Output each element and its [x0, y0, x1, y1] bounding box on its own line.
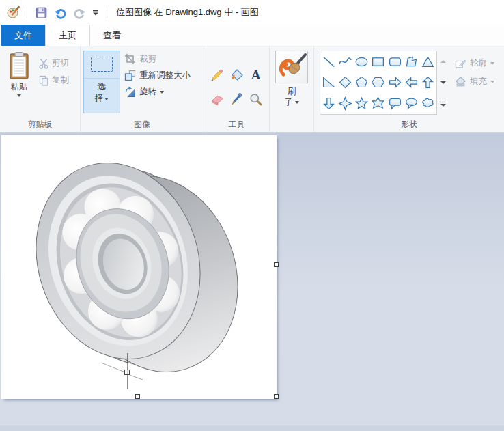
group-image: 选 择 裁剪: [81, 46, 204, 132]
titlebar-separator: [107, 7, 107, 18]
shape-right-triangle-icon[interactable]: [320, 72, 337, 94]
color-picker-icon: [229, 92, 244, 107]
shape-fill-button[interactable]: 填充: [455, 76, 494, 87]
select-button[interactable]: 选 择: [83, 51, 120, 113]
redo-button[interactable]: [72, 5, 87, 20]
scroll-up-icon: [440, 60, 446, 63]
canvas-resize-handle-bottom-right[interactable]: [274, 394, 279, 399]
shape-star-5-icon[interactable]: [354, 93, 370, 114]
shape-arrow-left-icon[interactable]: [403, 72, 419, 94]
shapes-gallery: [320, 51, 437, 115]
undo-button[interactable]: [53, 5, 68, 20]
titlebar-separator: [27, 7, 27, 18]
resize-icon: [124, 70, 136, 81]
select-label-line1: 选: [98, 81, 107, 93]
fill-tool-button[interactable]: [228, 66, 246, 84]
brushes-label-line1: 刷: [288, 87, 296, 96]
eraser-tool-button[interactable]: [209, 91, 227, 109]
rotate-button[interactable]: 旋转: [124, 86, 191, 98]
gallery-scroll-up-button[interactable]: [438, 51, 448, 72]
pencil-tool-button[interactable]: [209, 66, 227, 84]
tab-file[interactable]: 文件: [1, 25, 45, 46]
select-label-line2: 择: [95, 93, 104, 105]
shape-pentagon-icon[interactable]: [354, 72, 370, 94]
select-rectangle-icon: [91, 57, 113, 72]
group-shapes: 轮廓 填充 形状: [314, 46, 504, 132]
crop-label: 裁剪: [139, 53, 156, 65]
canvas-resize-handle-right[interactable]: [274, 262, 279, 267]
tab-home[interactable]: 主页: [45, 25, 90, 46]
gallery-scroll-down-button[interactable]: [438, 72, 448, 93]
paint-canvas[interactable]: [1, 135, 277, 399]
paste-button[interactable]: 粘贴: [3, 49, 36, 118]
cut-scissors-icon: [38, 58, 49, 69]
cut-label: 剪切: [52, 57, 69, 69]
paint-app-icon: [5, 5, 20, 20]
bearing-image: [1, 135, 277, 399]
group-clipboard: 粘贴 剪切: [0, 46, 81, 132]
rotate-dropdown-caret: [160, 91, 164, 94]
pencil-icon: [210, 68, 225, 82]
workspace: [0, 133, 504, 431]
rotate-label: 旋转: [139, 86, 156, 98]
resize-button[interactable]: 重新调整大小: [124, 70, 191, 81]
canvas-resize-handle-bottom[interactable]: [135, 394, 140, 399]
statusbar-edge: [0, 426, 504, 431]
tab-view[interactable]: 查看: [90, 25, 134, 46]
brushes-dropdown-caret: [295, 101, 299, 104]
shape-arrow-down-icon[interactable]: [320, 93, 337, 114]
outline-dropdown-caret: [490, 62, 494, 65]
crop-icon: [124, 53, 136, 65]
brushes-label-line2: 子: [284, 98, 293, 107]
copy-button[interactable]: 复制: [38, 74, 69, 86]
save-icon: [36, 7, 47, 18]
shape-arrow-right-icon[interactable]: [387, 72, 403, 94]
copy-label: 复制: [52, 74, 69, 86]
paste-icon: [8, 51, 30, 80]
fill-icon: [455, 76, 466, 87]
fill-bucket-icon: [229, 68, 244, 82]
copy-icon: [38, 75, 49, 86]
gallery-expand-button[interactable]: [438, 94, 448, 115]
shape-outline-button[interactable]: 轮廓: [455, 57, 494, 69]
rotate-icon: [124, 86, 136, 98]
brushes-button[interactable]: 刷 子: [275, 49, 308, 118]
shape-star-4-icon[interactable]: [337, 93, 353, 114]
image-group-label: 图像: [81, 119, 204, 130]
magnifier-tool-button[interactable]: [247, 91, 265, 109]
text-tool-button[interactable]: A: [247, 66, 265, 84]
shape-curve-icon[interactable]: [337, 51, 353, 72]
shape-rounded-rectangle-icon[interactable]: [387, 51, 403, 72]
shapes-group-label: 形状: [314, 119, 504, 130]
color-picker-tool-button[interactable]: [228, 91, 246, 109]
shape-ellipse-icon[interactable]: [354, 51, 370, 72]
crop-button[interactable]: 裁剪: [124, 53, 191, 65]
qat-dropdown-button[interactable]: [91, 5, 100, 20]
shape-arrow-up-icon[interactable]: [420, 72, 436, 94]
window-title: 位图图像 在 Drawing1.dwg 中 - 画图: [116, 6, 259, 18]
shape-rectangle-icon[interactable]: [370, 51, 387, 72]
undo-icon: [54, 6, 67, 19]
shape-callout-oval-icon[interactable]: [403, 93, 419, 114]
brush-icon: [275, 51, 308, 83]
shape-triangle-icon[interactable]: [420, 51, 436, 72]
titlebar: 位图图像 在 Drawing1.dwg 中 - 画图: [0, 0, 504, 25]
redo-icon: [73, 6, 86, 19]
cut-button[interactable]: 剪切: [38, 57, 69, 69]
shape-hexagon-icon[interactable]: [370, 72, 387, 94]
paste-dropdown-caret: [17, 94, 21, 97]
shape-callout-rounded-icon[interactable]: [387, 93, 403, 114]
shape-line-icon[interactable]: [320, 51, 337, 72]
fill-label: 填充: [470, 76, 487, 87]
save-button[interactable]: [33, 5, 48, 20]
paint-window: 位图图像 在 Drawing1.dwg 中 - 画图 文件 主页 查看 粘贴: [0, 0, 504, 431]
eraser-icon: [210, 92, 225, 107]
tools-group-label: 工具: [204, 119, 269, 130]
shapes-gallery-scroll: [438, 51, 448, 115]
shape-callout-cloud-icon[interactable]: [420, 93, 436, 114]
shape-polygon-icon[interactable]: [403, 51, 419, 72]
shape-star-6-icon[interactable]: [370, 93, 387, 114]
shape-diamond-icon[interactable]: [337, 72, 353, 94]
text-tool-glyph: A: [251, 68, 261, 83]
outline-icon: [455, 57, 466, 69]
